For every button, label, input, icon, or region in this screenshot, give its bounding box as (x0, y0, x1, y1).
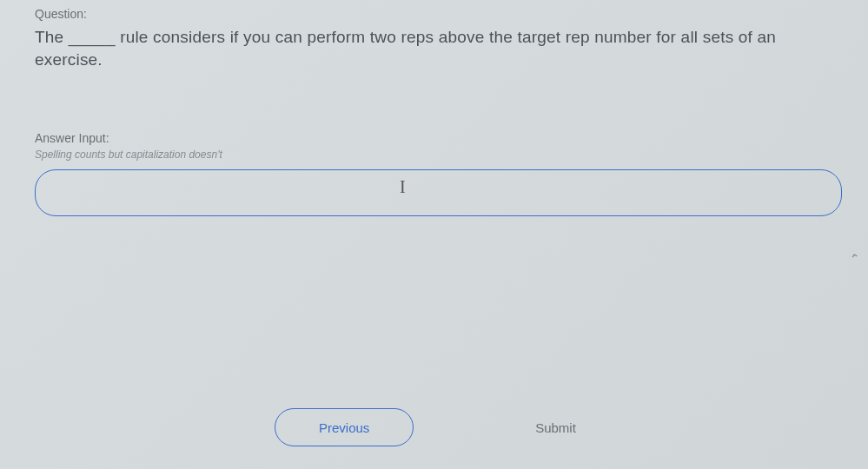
button-row: Previous Submit (0, 408, 868, 446)
scroll-up-icon: ⌃ (849, 251, 863, 268)
answer-input-hint: Spelling counts but capitalization doesn… (35, 149, 842, 161)
question-text: The _____ rule considers if you can perf… (35, 26, 842, 70)
submit-button[interactable]: Submit (518, 410, 593, 446)
answer-input[interactable] (35, 169, 842, 216)
question-label: Question: (35, 7, 842, 21)
previous-button[interactable]: Previous (275, 408, 414, 446)
answer-input-label: Answer Input: (35, 131, 842, 145)
